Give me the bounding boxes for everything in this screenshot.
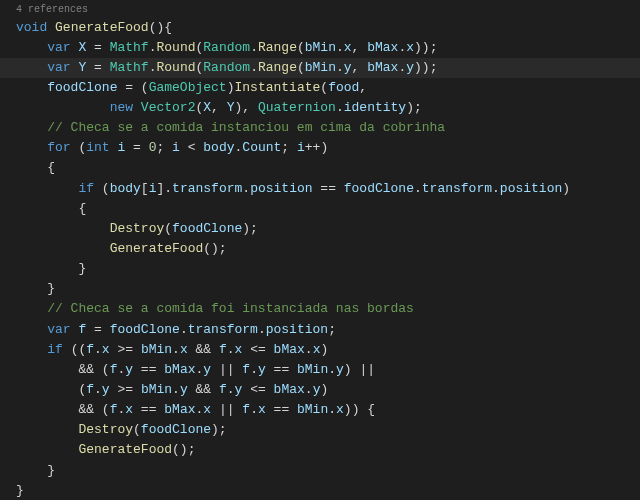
code-line[interactable]: Destroy(foodClone); bbox=[0, 420, 640, 440]
codelens-references[interactable]: 4 references bbox=[0, 0, 640, 18]
code-line[interactable]: new Vector2(X, Y), Quaternion.identity); bbox=[0, 98, 640, 118]
code-line[interactable]: if ((f.x >= bMin.x && f.x <= bMax.x) bbox=[0, 340, 640, 360]
code-line-active[interactable]: var Y = Mathf.Round(Random.Range(bMin.y,… bbox=[0, 58, 640, 78]
code-line[interactable]: } bbox=[0, 259, 640, 279]
code-line[interactable]: } bbox=[0, 481, 640, 500]
code-line[interactable]: Destroy(foodClone); bbox=[0, 219, 640, 239]
code-line[interactable]: var f = foodClone.transform.position; bbox=[0, 320, 640, 340]
code-line[interactable]: for (int i = 0; i < body.Count; i++) bbox=[0, 138, 640, 158]
code-line[interactable]: foodClone = (GameObject)Instantiate(food… bbox=[0, 78, 640, 98]
code-line[interactable]: } bbox=[0, 461, 640, 481]
code-line[interactable]: (f.y >= bMin.y && f.y <= bMax.y) bbox=[0, 380, 640, 400]
code-line[interactable]: { bbox=[0, 158, 640, 178]
code-line[interactable]: GenerateFood(); bbox=[0, 239, 640, 259]
code-line[interactable]: // Checa se a comida instanciou em cima … bbox=[0, 118, 640, 138]
code-line[interactable]: // Checa se a comida foi instanciada nas… bbox=[0, 299, 640, 319]
code-line[interactable]: && (f.x == bMax.x || f.x == bMin.x)) { bbox=[0, 400, 640, 420]
code-line[interactable]: GenerateFood(); bbox=[0, 440, 640, 460]
code-line[interactable]: { bbox=[0, 199, 640, 219]
code-line[interactable]: && (f.y == bMax.y || f.y == bMin.y) || bbox=[0, 360, 640, 380]
code-line[interactable]: if (body[i].transform.position == foodCl… bbox=[0, 179, 640, 199]
code-line[interactable]: var X = Mathf.Round(Random.Range(bMin.x,… bbox=[0, 38, 640, 58]
code-line[interactable]: } bbox=[0, 279, 640, 299]
code-editor[interactable]: 4 references void GenerateFood(){ var X … bbox=[0, 0, 640, 500]
code-line[interactable]: void GenerateFood(){ bbox=[0, 18, 640, 38]
